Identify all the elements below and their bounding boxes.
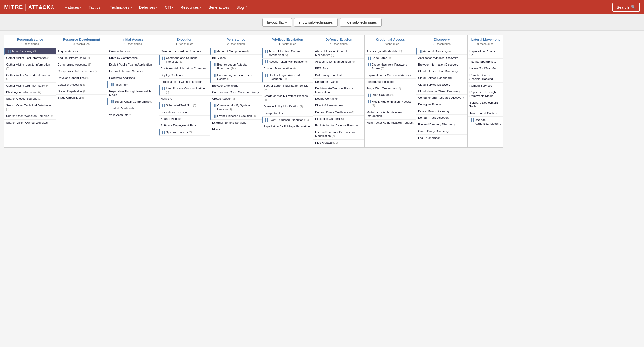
tactic-name[interactable]: Privilege Escalation	[264, 38, 311, 42]
technique-item[interactable]: Boot or Logon Initialization Scripts (5)	[262, 83, 313, 93]
technique-item[interactable]: ▐▐Supply Chain Compromise (3)	[107, 98, 159, 105]
technique-item[interactable]: Phishing for Information (4)	[4, 89, 56, 96]
technique-item[interactable]: Hide Artifacts (11)	[313, 140, 364, 146]
nav-defenses[interactable]: Defenses ▾	[135, 0, 161, 14]
technique-item[interactable]: Remote Service Session Hijacking	[468, 72, 503, 83]
technique-item[interactable]: Debugger Evasion	[416, 101, 467, 108]
technique-item[interactable]: Deploy Container	[313, 96, 364, 102]
technique-item[interactable]: Establish Accounts (3)	[56, 81, 107, 88]
technique-item[interactable]: Compromise Client Software Binary	[210, 89, 262, 96]
nav-matrices[interactable]: Matrices ▾	[61, 0, 85, 14]
technique-item[interactable]: Browser Extensions	[210, 83, 262, 89]
technique-item[interactable]: ▐▐Account Discovery (4)	[416, 48, 467, 55]
technique-item[interactable]: Acquire Infrastructure (8)	[56, 55, 107, 61]
technique-item[interactable]: Build Image on Host	[313, 72, 364, 79]
technique-item[interactable]: ▐▐Access Token Manipulation (5)	[262, 59, 313, 65]
technique-item[interactable]: Multi-Factor Authentication Interception	[365, 109, 416, 120]
tactic-name[interactable]: Persistence	[212, 38, 259, 42]
layout-dropdown[interactable]: layout: flat ▾	[262, 18, 292, 27]
technique-item[interactable]: Serverless Execution	[159, 109, 210, 116]
technique-item[interactable]: ▐▐Credentials from Password Stores (6)	[365, 61, 416, 72]
technique-item[interactable]: ▐▐System Services (2)	[159, 129, 210, 136]
technique-item[interactable]: Replication Through Removable Media	[468, 89, 503, 99]
technique-item[interactable]: Internal Spearphis...	[468, 59, 503, 65]
tactic-name[interactable]: Defense Evasion	[315, 38, 362, 42]
technique-item[interactable]: Develop Capabilities (4)	[56, 75, 107, 81]
tactic-name[interactable]: Execution	[161, 38, 208, 42]
technique-item[interactable]: ▐▐Account Manipulation (6)	[210, 48, 262, 55]
logo[interactable]: MITRE | ATT&CK®	[4, 3, 55, 11]
technique-item[interactable]: Log Enumeration	[416, 135, 467, 141]
show-subtechniques-button[interactable]: show sub-techniques	[294, 18, 338, 27]
technique-item[interactable]: Create or Modify System Process (4)	[262, 93, 313, 103]
technique-item[interactable]: Hijack	[210, 126, 262, 133]
nav-resources[interactable]: Resources ▾	[177, 0, 205, 14]
tactic-name[interactable]: Reconnaissance	[6, 38, 54, 42]
technique-item[interactable]: External Remote Services	[107, 68, 159, 75]
technique-item[interactable]: ▐▐Command and Scripting Interpreter (9)	[159, 55, 210, 65]
technique-item[interactable]: Multi-Factor Authentication Request	[365, 120, 416, 126]
technique-item[interactable]: Domain Policy Modification (2)	[262, 103, 313, 110]
technique-item[interactable]: ▐▐Boot or Logon Initialization Scripts (…	[210, 72, 262, 83]
technique-item[interactable]: Cloud Service Discovery	[416, 81, 467, 88]
technique-item[interactable]: Search Victim-Owned Websites	[4, 120, 56, 126]
tactic-name[interactable]: Initial Access	[109, 38, 156, 42]
technique-item[interactable]: Access Token Manipulation (5)	[313, 59, 364, 65]
technique-item[interactable]: ▐▐Modify Authentication Process (8)	[365, 98, 416, 109]
nav-blog[interactable]: Blog ↗	[233, 0, 251, 14]
tactic-name[interactable]: Credential Access	[367, 38, 414, 42]
technique-item[interactable]: Search Open Websites/Domains (3)	[4, 113, 56, 120]
technique-item[interactable]: Exploitation for Credential Access	[365, 72, 416, 79]
technique-item[interactable]: Software Deployment Tools	[159, 122, 210, 129]
technique-item[interactable]: Exploitation for Privilege Escalation	[262, 123, 313, 130]
technique-item[interactable]: Abuse Elevation Control Mechanism (5)	[313, 48, 364, 59]
technique-item[interactable]: Content Injection	[107, 48, 159, 55]
hide-subtechniques-button[interactable]: hide sub-techniques	[340, 18, 382, 27]
technique-item[interactable]: Container and Resource Discovery	[416, 95, 467, 101]
technique-item[interactable]: Deobfuscate/Decode Files or Information	[313, 85, 364, 96]
technique-item[interactable]: Replication Through Removable Media	[107, 88, 159, 99]
technique-item[interactable]: Execution Guardrails (1)	[313, 116, 364, 122]
technique-item[interactable]: Drive-by Compromise	[107, 55, 159, 61]
technique-item[interactable]: BITS Jobs	[313, 65, 364, 72]
technique-item[interactable]: Taint Shared Content	[468, 110, 503, 117]
technique-item[interactable]: File and Directory Discovery	[416, 121, 467, 128]
technique-item[interactable]: Application Window Discovery	[416, 55, 467, 61]
technique-item[interactable]: Create Account (3)	[210, 96, 262, 102]
technique-item[interactable]: ▐▐Boot or Logon Autostart Execution (14)	[210, 61, 262, 72]
technique-item[interactable]: BITS Jobs	[210, 55, 262, 61]
technique-item[interactable]: Acquire Access	[56, 48, 107, 55]
technique-item[interactable]: ▐▐Boot or Logon Autostart Execution (14)	[262, 72, 313, 83]
technique-item[interactable]: Stage Capabilities (6)	[56, 95, 107, 101]
technique-item[interactable]: Escape to Host	[262, 110, 313, 117]
technique-item[interactable]: Domain Policy Modification (2)	[313, 109, 364, 116]
technique-item[interactable]: Software Deployment Tools	[468, 99, 503, 110]
technique-item[interactable]: Gather Victim Network Information (6)	[4, 72, 56, 83]
technique-item[interactable]: Cloud Service Dashboard	[416, 75, 467, 81]
technique-item[interactable]: Compromise Infrastructure (7)	[56, 68, 107, 75]
technique-item[interactable]: File and Directory Permissions Modificat…	[313, 129, 364, 140]
technique-item[interactable]: ▐▐Inter-Process Communication (3)	[159, 85, 210, 96]
technique-item[interactable]: ▐▐Event Triggered Execution (16)	[262, 117, 313, 123]
technique-item[interactable]: Browser Information Discovery	[416, 61, 467, 68]
technique-item[interactable]: Adversary-in-the-Middle (3)	[365, 48, 416, 55]
technique-item[interactable]: Exploit Public-Facing Application	[107, 61, 159, 68]
technique-item[interactable]: ▐▐Event Triggered Execution (16)	[210, 113, 262, 120]
technique-item[interactable]: Shared Modules	[159, 116, 210, 122]
technique-item[interactable]: Gather Victim Host Information (4)	[4, 55, 56, 61]
technique-item[interactable]: Group Policy Discovery	[416, 128, 467, 135]
technique-item[interactable]: ▐▐Create or Modify System Process (4)	[210, 102, 262, 113]
tactic-name[interactable]: Resource Development	[58, 38, 105, 42]
technique-item[interactable]: ▐▐Scheduled Task/Job (5)	[159, 102, 210, 109]
tactic-name[interactable]: Lateral Movement	[470, 38, 501, 42]
technique-item[interactable]: Gather Victim Identity Information (3)	[4, 61, 56, 72]
technique-item[interactable]: Debugger Evasion	[313, 79, 364, 85]
technique-item[interactable]: Compromise Accounts (3)	[56, 61, 107, 68]
nav-techniques[interactable]: Techniques ▾	[106, 0, 135, 14]
technique-item[interactable]: External Remote Services	[210, 120, 262, 126]
technique-item[interactable]: Forced Authentication	[365, 79, 416, 85]
technique-item[interactable]: Remote Services	[468, 83, 503, 89]
technique-item[interactable]: Obtain Capabilities (6)	[56, 88, 107, 95]
technique-item[interactable]: ▐▐Phishing (4)	[107, 81, 159, 88]
technique-item[interactable]: Device Driver Discovery	[416, 108, 467, 115]
